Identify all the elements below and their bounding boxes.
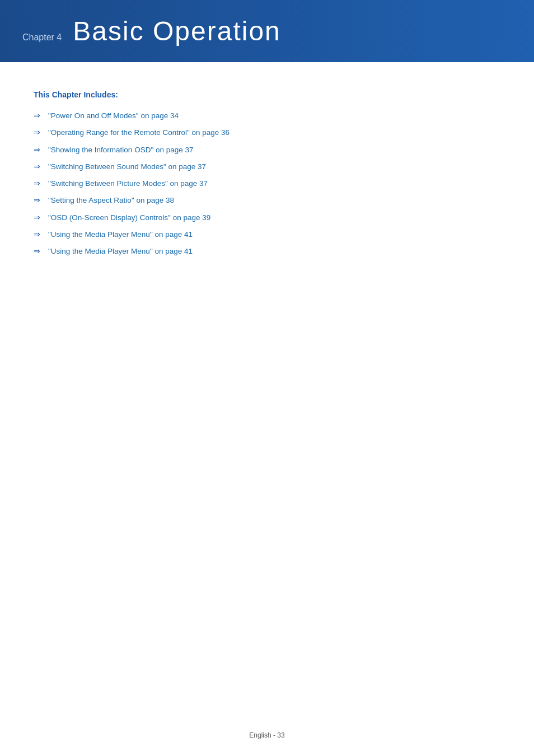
toc-link[interactable]: "Using the Media Player Menu" on page 41 xyxy=(48,229,193,240)
toc-item: ⇒"Switching Between Sound Modes" on page… xyxy=(34,161,500,172)
arrow-icon: ⇒ xyxy=(34,230,40,239)
arrow-icon: ⇒ xyxy=(34,128,40,137)
toc-link[interactable]: "OSD (On-Screen Display) Controls" on pa… xyxy=(48,212,210,223)
toc-item: ⇒"Setting the Aspect Ratio" on page 38 xyxy=(34,195,500,206)
section-heading: This Chapter Includes: xyxy=(34,90,500,99)
chapter-title: Basic Operation xyxy=(73,16,281,46)
toc-link[interactable]: "Switching Between Sound Modes" on page … xyxy=(48,161,206,172)
toc-link[interactable]: "Operating Range for the Remote Control"… xyxy=(48,127,229,138)
toc-item: ⇒"OSD (On-Screen Display) Controls" on p… xyxy=(34,212,500,223)
toc-link[interactable]: "Setting the Aspect Ratio" on page 38 xyxy=(48,195,174,206)
content-area: This Chapter Includes: ⇒"Power On and Of… xyxy=(0,62,534,296)
toc-item: ⇒"Showing the Information OSD" on page 3… xyxy=(34,144,500,156)
toc-item: ⇒"Operating Range for the Remote Control… xyxy=(34,127,500,138)
toc-item: ⇒"Switching Between Picture Modes" on pa… xyxy=(34,178,500,189)
arrow-icon: ⇒ xyxy=(34,162,40,171)
arrow-icon: ⇒ xyxy=(34,111,40,120)
page-footer: English - 33 xyxy=(0,731,534,739)
toc-item: ⇒"Power On and Off Modes" on page 34 xyxy=(34,110,500,122)
arrow-icon: ⇒ xyxy=(34,195,40,204)
toc-link[interactable]: "Power On and Off Modes" on page 34 xyxy=(48,110,179,122)
arrow-icon: ⇒ xyxy=(34,179,40,188)
toc-link[interactable]: "Showing the Information OSD" on page 37 xyxy=(48,144,194,156)
arrow-icon: ⇒ xyxy=(34,213,40,222)
chapter-label: Chapter 4 xyxy=(22,32,62,43)
page-container: Chapter 4 Basic Operation This Chapter I… xyxy=(0,0,534,756)
toc-item: ⇒"Using the Media Player Menu" on page 4… xyxy=(34,229,500,240)
arrow-icon: ⇒ xyxy=(34,246,40,255)
page-number: English - 33 xyxy=(249,731,284,739)
toc-item: ⇒"Using the Media Player Menu" on page 4… xyxy=(34,246,500,257)
arrow-icon: ⇒ xyxy=(34,145,40,154)
toc-link[interactable]: "Using the Media Player Menu" on page 41 xyxy=(48,246,193,257)
toc-link[interactable]: "Switching Between Picture Modes" on pag… xyxy=(48,178,208,189)
toc-list: ⇒"Power On and Off Modes" on page 34⇒"Op… xyxy=(34,110,500,257)
chapter-header: Chapter 4 Basic Operation xyxy=(0,0,534,62)
